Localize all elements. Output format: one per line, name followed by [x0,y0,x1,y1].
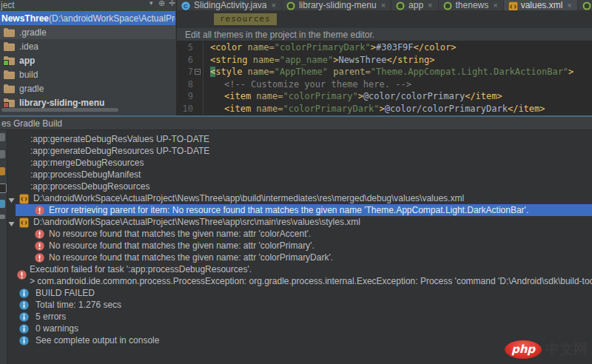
code-editor[interactable]: 5<color name="colorPrimaryDark">#303F9F<… [177,41,592,115]
console-row-task[interactable]: :app:processDebugManifest [7,169,592,181]
console-row-task[interactable]: :app:generateDebugResValues UP-TO-DATE [7,133,592,145]
fold-column [193,103,204,115]
close-icon[interactable]: × [493,1,497,9]
horizontal-scrollbar[interactable] [1,108,118,112]
tree-item-label: app [19,55,35,66]
code-line: 9<item name="colorPrimary">@color/colorP… [177,90,592,103]
gradle-icon [396,1,405,10]
tab-label: thenews [456,0,489,10]
settings-gear-icon[interactable]: ✛ [169,0,175,8]
error-text: No resource found that matches the given… [49,252,333,263]
info-text: BUILD FAILED [36,288,95,298]
console-row-file[interactable]: D:\androidWorkSpace\ActualProject\NewsTh… [7,192,592,204]
console-title: es Gradle Build [1,118,62,129]
exec-line: > com.android.ide.common.process.Process… [30,275,592,287]
tab-library-sliding-menu[interactable]: library-sliding-menu× [282,0,391,10]
project-tree: NewsThree (D:\androidWorkSpace\ActualPro… [0,11,175,109]
console-toolbar [0,130,7,364]
tree-item-label: library-sliding-menu [19,98,104,108]
breadcrumb-resources-tag[interactable]: resources [214,13,277,25]
console-row-info[interactable]: Total time: 1.276 secs [7,299,592,311]
php-cn-watermark: php 中文网 [505,340,588,359]
toolbar-icon-fragment[interactable] [0,215,5,219]
console-row-task[interactable]: :app:mergeDebugResources [7,157,592,169]
folder-icon [4,28,15,37]
tree-item-app[interactable]: app [0,53,175,67]
tree-item-root[interactable]: NewsThree (D:\androidWorkSpace\ActualPro [0,11,175,25]
info-text: See complete output in console [36,335,159,346]
watermark-site-text: 中文网 [545,340,588,359]
xml-icon [19,194,29,203]
console-row-info[interactable]: BUILD FAILED [7,287,592,299]
exec-lines: Execution failed for task ':app:processD… [30,263,592,287]
class-icon: C [181,1,190,10]
folder-icon [4,84,15,93]
locate-icon[interactable]: ⊕ [158,0,165,8]
fold-marker-icon[interactable]: − [195,69,201,75]
editor-area: CSlidingActivity.java×library-sliding-me… [176,0,592,115]
close-icon[interactable]: × [428,1,432,9]
tab-label: app [408,0,423,10]
expand-triangle-icon[interactable] [8,195,15,201]
tree-item-gradle[interactable]: gradle [0,81,175,95]
tab-label: values.xml [521,0,563,10]
tab-thenews[interactable]: thenews× [439,0,504,10]
tab-app[interactable]: app× [391,0,438,10]
fold-column [193,54,204,67]
code-text: <style name="AppTheme" parent="Theme.App… [204,66,574,78]
error-text: Error retrieving parent for item: No res… [49,205,528,215]
fold-column[interactable]: − [193,66,204,78]
project-panel: ject ▾ ⊕ ✛ NewsThree (D:\androidWorkSpac… [0,0,175,115]
exec-text: > com.android.ide.common.process.Process… [30,276,592,286]
toolbar-icon-fragment[interactable] [0,150,5,158]
task-text: :app:processDebugManifest [30,169,141,180]
console-row-error[interactable]: No resource found that matches the given… [7,252,592,263]
line-number: 7 [177,66,193,78]
library-module-badge-icon [3,102,9,108]
tab-values.xml[interactable]: values.xml× [504,0,578,10]
close-icon[interactable]: × [381,1,386,9]
close-icon[interactable]: × [567,1,571,9]
code-text: <!-- Customize your theme here. --> [204,78,411,91]
fold-column [193,78,204,91]
console-row-info[interactable]: 5 errors [7,311,592,323]
tab-label: SlidingActivity.java [194,0,266,10]
toolbar-icon-fragment[interactable] [0,167,5,175]
expand-triangle-icon[interactable] [8,219,15,225]
close-icon[interactable]: × [271,1,275,9]
console-row-exec[interactable]: Execution failed for task ':app:processD… [7,263,592,287]
code-text: <color name="colorPrimaryDark">#303F9F</… [204,41,456,54]
toolbar-icon-fragment[interactable] [0,133,5,141]
tree-item-label: gradle [19,84,44,94]
line-number: 6 [177,54,193,67]
console-header: es Gradle Build [0,117,592,130]
tab-label: library-sliding-menu [299,0,377,10]
fold-column [193,41,204,54]
console-row-info[interactable]: 0 warnings [7,323,592,334]
console-row-task[interactable]: :app:generateDebugResources UP-TO-DATE [7,145,592,157]
notification-text: Edit all themes in the project in the th… [185,30,374,40]
theme-editor-notification: Edit all themes in the project in the th… [177,27,592,41]
console-row-task[interactable]: :app:processDebugResources [7,181,592,192]
console-row-error[interactable]: Error retrieving parent for item: No res… [16,204,592,216]
toolbar-icon-fragment[interactable] [0,200,5,208]
tab-SlidingActivity.java[interactable]: CSlidingActivity.java× [177,0,282,10]
tree-item-.idea[interactable]: .idea [0,39,175,53]
tree-item-label: .idea [19,41,38,52]
info-icon [19,289,29,298]
chevron-down-icon[interactable]: ▾ [149,0,153,7]
tab-partial[interactable] [578,0,592,10]
php-logo-icon: php [505,340,542,359]
toolbar-icon-fragment[interactable] [0,183,7,193]
console-row-error[interactable]: No resource found that matches the given… [7,240,592,252]
app-module-badge-icon [3,60,9,66]
console-row-file[interactable]: D:\androidWorkSpace\ActualProject\NewsTh… [7,216,592,228]
tree-item-build[interactable]: build [0,67,175,81]
console-row-error[interactable]: No resource found that matches the given… [7,228,592,240]
task-text: :app:generateDebugResources UP-TO-DATE [30,146,209,156]
info-icon [19,324,29,334]
file-path: D:\androidWorkSpace\ActualProject\NewsTh… [33,217,360,227]
svg-text:C: C [184,3,188,10]
tree-item-.gradle[interactable]: .gradle [0,25,175,39]
breadcrumb: resources [177,10,592,27]
